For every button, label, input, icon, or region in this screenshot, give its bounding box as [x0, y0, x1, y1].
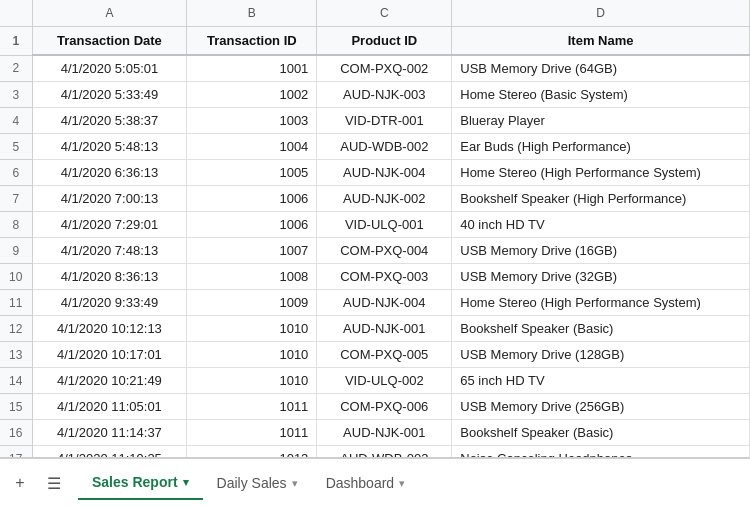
cell-transaction-id[interactable]: 1010	[187, 368, 317, 394]
table-row: 154/1/2020 11:05:011011COM-PXQ-006USB Me…	[0, 394, 750, 420]
cell-transaction-id[interactable]: 1002	[187, 82, 317, 108]
cell-product-id[interactable]: AUD-NJK-002	[317, 186, 452, 212]
cell-transaction-id[interactable]: 1010	[187, 316, 317, 342]
cell-transaction-date[interactable]: 4/1/2020 7:29:01	[32, 212, 187, 238]
cell-transaction-date[interactable]: 4/1/2020 10:17:01	[32, 342, 187, 368]
row-number: 15	[0, 394, 32, 420]
cell-item-name[interactable]: Bookshelf Speaker (Basic)	[452, 420, 750, 446]
cell-transaction-date[interactable]: 4/1/2020 5:48:13	[32, 134, 187, 160]
cell-transaction-id[interactable]: 1008	[187, 264, 317, 290]
cell-item-name[interactable]: Bookshelf Speaker (High Performance)	[452, 186, 750, 212]
table-row: 64/1/2020 6:36:131005AUD-NJK-004Home Ste…	[0, 160, 750, 186]
cell-transaction-date[interactable]: 4/1/2020 11:14:37	[32, 420, 187, 446]
cell-item-name[interactable]: Home Stereo (High Performance System)	[452, 290, 750, 316]
cell-item-name[interactable]: USB Memory Drive (16GB)	[452, 238, 750, 264]
cell-transaction-id[interactable]: 1006	[187, 212, 317, 238]
cell-item-name[interactable]: Bookshelf Speaker (Basic)	[452, 316, 750, 342]
col-label-row: A B C D	[0, 0, 750, 27]
sheet-menu-button[interactable]: ☰	[42, 471, 66, 495]
cell-product-id[interactable]: AUD-WDB-003	[317, 446, 452, 459]
cell-item-name[interactable]: USB Memory Drive (32GB)	[452, 264, 750, 290]
table-row: 84/1/2020 7:29:011006VID-ULQ-00140 inch …	[0, 212, 750, 238]
cell-transaction-id[interactable]: 1012	[187, 446, 317, 459]
table-row: 124/1/2020 10:12:131010AUD-NJK-001Booksh…	[0, 316, 750, 342]
cell-transaction-id[interactable]: 1011	[187, 420, 317, 446]
cell-product-id[interactable]: COM-PXQ-006	[317, 394, 452, 420]
cell-item-name[interactable]: USB Memory Drive (128GB)	[452, 342, 750, 368]
cell-item-name[interactable]: Ear Buds (High Performance)	[452, 134, 750, 160]
cell-item-name[interactable]: USB Memory Drive (256GB)	[452, 394, 750, 420]
cell-transaction-date[interactable]: 4/1/2020 9:33:49	[32, 290, 187, 316]
table-row: 104/1/2020 8:36:131008COM-PXQ-003USB Mem…	[0, 264, 750, 290]
cell-transaction-date[interactable]: 4/1/2020 10:12:13	[32, 316, 187, 342]
row-number: 11	[0, 290, 32, 316]
cell-transaction-id[interactable]: 1007	[187, 238, 317, 264]
row-number: 14	[0, 368, 32, 394]
cell-product-id[interactable]: COM-PXQ-002	[317, 55, 452, 82]
table-area: A B C D 1 Transaction Date Transaction I…	[0, 0, 750, 458]
add-sheet-button[interactable]: +	[8, 471, 32, 495]
col-label-d: D	[452, 0, 750, 27]
cell-transaction-date[interactable]: 4/1/2020 10:21:49	[32, 368, 187, 394]
tab-daily-sales[interactable]: Daily Sales ▾	[203, 467, 312, 499]
cell-item-name[interactable]: Noise Canceling Headphones	[452, 446, 750, 459]
cell-transaction-date[interactable]: 4/1/2020 8:36:13	[32, 264, 187, 290]
row-number: 7	[0, 186, 32, 212]
row-number: 4	[0, 108, 32, 134]
header-product-id: Product ID	[317, 27, 452, 56]
tab-sales-report-chevron: ▾	[183, 476, 189, 489]
cell-item-name[interactable]: 40 inch HD TV	[452, 212, 750, 238]
row-number: 12	[0, 316, 32, 342]
cell-transaction-date[interactable]: 4/1/2020 11:19:25	[32, 446, 187, 459]
col-label-c: C	[317, 0, 452, 27]
cell-transaction-date[interactable]: 4/1/2020 7:48:13	[32, 238, 187, 264]
cell-product-id[interactable]: AUD-NJK-001	[317, 420, 452, 446]
cell-product-id[interactable]: AUD-NJK-004	[317, 160, 452, 186]
cell-transaction-id[interactable]: 1009	[187, 290, 317, 316]
cell-product-id[interactable]: VID-ULQ-002	[317, 368, 452, 394]
cell-transaction-id[interactable]: 1010	[187, 342, 317, 368]
cell-transaction-id[interactable]: 1003	[187, 108, 317, 134]
cell-item-name[interactable]: Home Stereo (Basic System)	[452, 82, 750, 108]
cell-item-name[interactable]: Blueray Player	[452, 108, 750, 134]
cell-product-id[interactable]: COM-PXQ-005	[317, 342, 452, 368]
cell-product-id[interactable]: AUD-NJK-004	[317, 290, 452, 316]
cell-transaction-date[interactable]: 4/1/2020 6:36:13	[32, 160, 187, 186]
header-transaction-id: Transaction ID	[187, 27, 317, 56]
cell-product-id[interactable]: COM-PXQ-004	[317, 238, 452, 264]
cell-product-id[interactable]: COM-PXQ-003	[317, 264, 452, 290]
table-row: 74/1/2020 7:00:131006AUD-NJK-002Bookshel…	[0, 186, 750, 212]
header-item-name: Item Name	[452, 27, 750, 56]
cell-product-id[interactable]: AUD-NJK-001	[317, 316, 452, 342]
cell-transaction-date[interactable]: 4/1/2020 5:38:37	[32, 108, 187, 134]
col-label-a: A	[32, 0, 187, 27]
cell-product-id[interactable]: AUD-WDB-002	[317, 134, 452, 160]
cell-transaction-id[interactable]: 1004	[187, 134, 317, 160]
cell-item-name[interactable]: Home Stereo (High Performance System)	[452, 160, 750, 186]
tab-dashboard-label: Dashboard	[326, 475, 395, 491]
tab-dashboard[interactable]: Dashboard ▾	[312, 467, 420, 499]
table-row: 54/1/2020 5:48:131004AUD-WDB-002Ear Buds…	[0, 134, 750, 160]
row-number: 2	[0, 55, 32, 82]
table-row: 114/1/2020 9:33:491009AUD-NJK-004Home St…	[0, 290, 750, 316]
cell-transaction-id[interactable]: 1001	[187, 55, 317, 82]
cell-item-name[interactable]: USB Memory Drive (64GB)	[452, 55, 750, 82]
cell-product-id[interactable]: VID-DTR-001	[317, 108, 452, 134]
table-row: 44/1/2020 5:38:371003VID-DTR-001Blueray …	[0, 108, 750, 134]
cell-item-name[interactable]: 65 inch HD TV	[452, 368, 750, 394]
cell-transaction-id[interactable]: 1011	[187, 394, 317, 420]
cell-transaction-date[interactable]: 4/1/2020 11:05:01	[32, 394, 187, 420]
cell-transaction-date[interactable]: 4/1/2020 5:33:49	[32, 82, 187, 108]
tab-sales-report[interactable]: Sales Report ▾	[78, 466, 203, 500]
cell-transaction-id[interactable]: 1006	[187, 186, 317, 212]
cell-product-id[interactable]: VID-ULQ-001	[317, 212, 452, 238]
row-number: 13	[0, 342, 32, 368]
row-number: 9	[0, 238, 32, 264]
cell-transaction-date[interactable]: 4/1/2020 5:05:01	[32, 55, 187, 82]
cell-transaction-id[interactable]: 1005	[187, 160, 317, 186]
table-row: 164/1/2020 11:14:371011AUD-NJK-001Booksh…	[0, 420, 750, 446]
header-transaction-date: Transaction Date	[32, 27, 187, 56]
row-number: 3	[0, 82, 32, 108]
cell-transaction-date[interactable]: 4/1/2020 7:00:13	[32, 186, 187, 212]
cell-product-id[interactable]: AUD-NJK-003	[317, 82, 452, 108]
